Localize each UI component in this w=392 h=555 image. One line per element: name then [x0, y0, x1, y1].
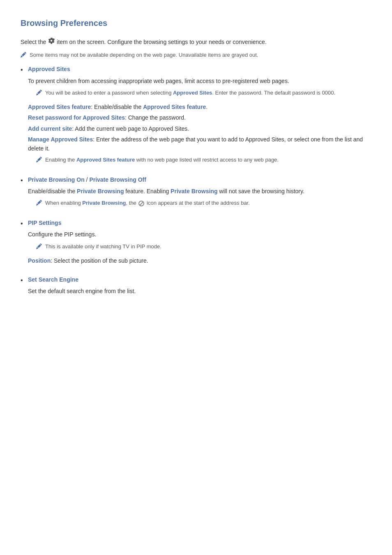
approved-sites-password-note: You will be asked to enter a password wh… [36, 89, 371, 98]
section-private-browsing: Private Browsing On / Private Browsing O… [21, 175, 371, 209]
approved-sites-bottom-note: Enabling the Approved Sites feature with… [36, 156, 371, 165]
approved-sites-feature-label2: Approved Sites feature [143, 104, 206, 110]
private-browsing-note-text: When enabling Private Browsing, the icon… [45, 199, 250, 208]
manage-approved-sites-line: Manage Approved Sites: Enter the address… [28, 135, 371, 153]
pip-position-line: Position: Select the position of the sub… [28, 256, 371, 265]
add-current-site-line: Add current site: Add the current web pa… [28, 124, 371, 133]
pencil-icon-approved [36, 90, 42, 98]
pip-note-text: This is available only if watching TV in… [45, 243, 161, 251]
pip-position-desc: : Select the position of the sub picture… [51, 257, 148, 264]
approved-sites-bottom-note-text: Enabling the Approved Sites feature with… [45, 156, 279, 164]
pip-settings-desc: Configure the PIP settings. [28, 230, 371, 239]
private-browsing-off-title: Private Browsing Off [89, 176, 146, 183]
approved-sites-note-text: You will be asked to enter a password wh… [45, 89, 335, 97]
pencil-icon-private [36, 200, 42, 208]
pip-settings-note: This is available only if watching TV in… [36, 243, 371, 252]
section-set-search-engine: Set Search Engine Set the default search… [21, 275, 371, 296]
private-browsing-on-title: Private Browsing On [28, 176, 85, 183]
pip-settings-title: PIP Settings [28, 220, 61, 226]
page-title: Browsing Preferences [21, 16, 371, 30]
section-pip-settings: PIP Settings Configure the PIP settings.… [21, 218, 371, 265]
approved-sites-feature-line: Approved Sites feature: Enable/disable t… [28, 102, 371, 111]
gear-icon [48, 37, 55, 47]
private-browsing-link1: Private Browsing [77, 188, 124, 194]
intro-note-text: Some items may not be available dependin… [30, 51, 258, 60]
pencil-icon-approved2 [36, 157, 42, 165]
pencil-icon-pip [36, 243, 42, 252]
section-approved-sites: Approved Sites To prevent children from … [21, 65, 371, 165]
intro-note: Some items may not be available dependin… [21, 51, 371, 60]
private-browsing-link2: Private Browsing [171, 188, 217, 194]
prohibit-icon [138, 201, 144, 206]
intro-paragraph: Select the item on the screen. Configure… [21, 37, 371, 47]
intro-text: item on the screen. Configure the browsi… [57, 37, 267, 46]
sections-list: Approved Sites To prevent children from … [21, 65, 371, 296]
set-search-engine-title: Set Search Engine [28, 276, 78, 283]
approved-sites-feature-label: Approved Sites feature [28, 104, 91, 110]
private-browsing-note: When enabling Private Browsing, the icon… [36, 199, 371, 208]
private-browsing-desc: Enable/disable the Private Browsing feat… [28, 187, 371, 196]
approved-sites-title: Approved Sites [28, 66, 70, 72]
pencil-icon-intro [21, 52, 26, 60]
pip-position-label: Position [28, 257, 51, 264]
set-search-engine-desc: Set the default search engine from the l… [28, 287, 371, 296]
manage-approved-sites-label: Manage Approved Sites [28, 136, 93, 143]
reset-password-line: Reset password for Approved Sites: Chang… [28, 113, 371, 122]
approved-sites-desc: To prevent children from accessing inapp… [28, 76, 371, 86]
reset-password-label: Reset password for Approved Sites [28, 114, 125, 121]
add-current-site-label: Add current site [28, 125, 72, 132]
